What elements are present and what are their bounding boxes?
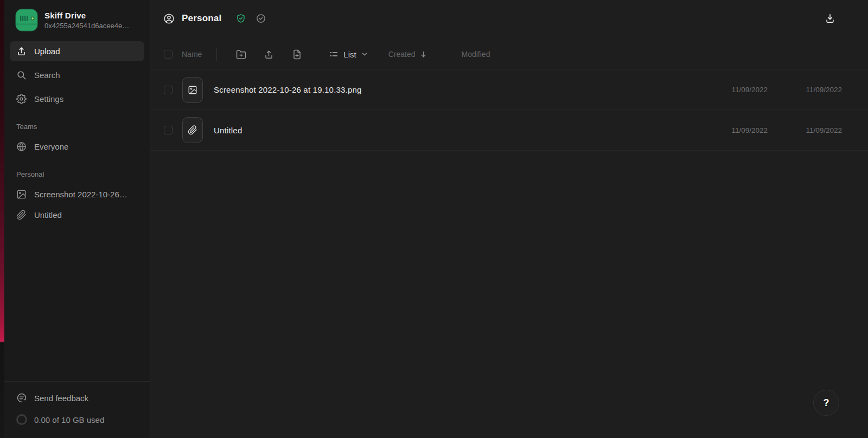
download-button[interactable] [825,13,835,24]
settings-label: Settings [34,94,63,104]
desktop-edge-strip [0,0,4,438]
file-modified-date: 11/09/2022 [788,86,842,94]
sort-descending-icon [419,50,427,59]
sidebar-footer: Send feedback 0.00 of 10 GB used [4,381,150,438]
sort-by-modified[interactable]: Modified [462,50,490,59]
send-feedback-button[interactable]: Send feedback [11,387,143,409]
gear-icon [16,94,27,104]
image-icon [16,189,27,199]
main-panel: Personal Name [150,0,868,438]
image-icon [188,85,197,95]
screenshot-item-label: Screenshot 2022-10-26… [34,190,127,199]
workspace-address: 0x4255a24541d6acee4e… [44,22,129,30]
modified-column-header: Modified [462,50,490,59]
list-view-icon [329,49,339,59]
file-created-date: 11/09/2022 [713,126,768,134]
globe-icon [16,141,27,152]
sidebar-item-screenshot-file[interactable]: Screenshot 2022-10-26… [4,184,150,204]
created-column-header: Created [388,50,416,59]
file-list-toolbar: Name List [150,43,868,65]
file-row-screenshot[interactable]: Screenshot 2022-10-26 at 19.10.33.png 11… [150,69,868,110]
app-title: Skiff Drive [44,11,129,20]
sort-by-created[interactable]: Created [388,50,427,59]
paperclip-icon [16,210,27,220]
untitled-item-label: Untitled [34,210,62,220]
storage-ring-icon [16,414,27,425]
skiff-drive-logo-icon [15,9,38,31]
send-feedback-label: Send feedback [34,394,88,403]
file-thumbnail [182,77,203,103]
sidebar-spacer [4,225,150,381]
sidebar-nav: Upload Search Settings [4,41,150,109]
search-icon [16,70,27,80]
new-folder-button[interactable] [236,49,246,60]
main-header: Personal [150,0,868,37]
file-list: Screenshot 2022-10-26 at 19.10.33.png 11… [150,69,868,151]
workspace-switcher[interactable]: Skiff Drive 0x4255a24541d6acee4e… [4,0,150,41]
upload-label: Upload [34,47,60,56]
file-modified-date: 11/09/2022 [788,126,842,134]
help-label: ? [824,397,829,409]
sidebar-item-search[interactable]: Search [10,65,144,85]
feedback-icon [16,392,27,403]
circle-check-icon [256,14,266,23]
upload-file-button[interactable] [264,49,274,60]
storage-usage-label: 0.00 of 10 GB used [34,415,104,424]
page-title: Personal [182,13,221,24]
chevron-down-icon [361,50,368,58]
file-name: Untitled [214,126,242,135]
paperclip-icon [188,125,197,135]
shield-check-icon [236,14,246,23]
sidebar-item-untitled-file[interactable]: Untitled [4,204,150,225]
everyone-label: Everyone [34,142,68,151]
upload-button[interactable]: Upload [10,41,144,61]
file-row-untitled[interactable]: Untitled 11/09/2022 11/09/2022 [150,110,868,151]
sidebar-item-everyone[interactable]: Everyone [4,136,150,157]
personal-section-label: Personal [4,170,150,178]
new-file-button[interactable] [292,49,302,60]
sidebar: Skiff Drive 0x4255a24541d6acee4e… Upload… [4,0,150,438]
file-created-date: 11/09/2022 [713,86,768,94]
search-label: Search [34,70,60,80]
teams-section-label: Teams [4,123,150,131]
help-button[interactable]: ? [813,390,839,416]
storage-usage: 0.00 of 10 GB used [11,409,143,430]
toolbar-divider [216,48,217,61]
view-mode-label: List [343,50,356,59]
user-circle-icon [163,13,175,24]
upload-icon [16,46,27,56]
file-thumbnail [182,117,203,143]
view-mode-dropdown[interactable]: List [329,49,368,59]
name-column-header: Name [182,50,202,59]
row-checkbox[interactable] [164,126,173,134]
row-checkbox[interactable] [164,86,173,94]
sidebar-item-settings[interactable]: Settings [10,89,144,109]
file-name: Screenshot 2022-10-26 at 19.10.33.png [214,85,362,94]
select-all-checkbox[interactable] [164,50,173,59]
workspace-text: Skiff Drive 0x4255a24541d6acee4e… [44,11,129,30]
